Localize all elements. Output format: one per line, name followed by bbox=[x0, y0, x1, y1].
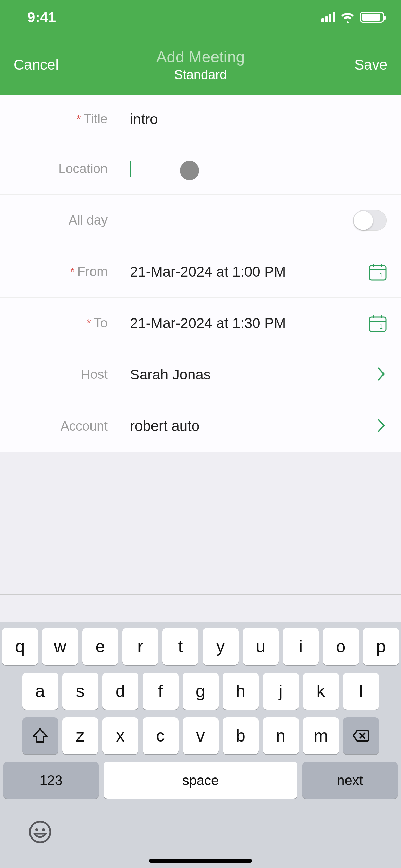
from-label: From bbox=[77, 264, 108, 279]
host-value: Sarah Jonas bbox=[130, 366, 211, 383]
svg-rect-5 bbox=[369, 317, 386, 331]
from-value: 21-Mar-2024 at 1:00 PM bbox=[130, 264, 286, 280]
keyboard: qwertyuiop asdfghjkl zxcvbnm 123 space n… bbox=[0, 622, 401, 868]
key-l[interactable]: l bbox=[343, 673, 379, 710]
key-w[interactable]: w bbox=[42, 628, 78, 665]
row-host: Host Sarah Jonas bbox=[0, 349, 401, 400]
chevron-right-icon bbox=[377, 366, 386, 383]
label-from: * From bbox=[0, 246, 118, 297]
keyboard-row-1: qwertyuiop bbox=[3, 628, 398, 665]
key-o[interactable]: o bbox=[323, 628, 359, 665]
key-b[interactable]: b bbox=[223, 717, 259, 754]
account-field[interactable]: robert auto bbox=[118, 400, 401, 452]
next-key[interactable]: next bbox=[302, 762, 398, 799]
row-location: Location bbox=[0, 143, 401, 195]
key-t[interactable]: t bbox=[162, 628, 198, 665]
calendar-icon[interactable]: 1 bbox=[368, 262, 387, 281]
svg-point-12 bbox=[30, 822, 50, 842]
label-title: * Title bbox=[0, 95, 118, 143]
allday-toggle[interactable] bbox=[353, 210, 387, 231]
keyboard-area: qwertyuiop asdfghjkl zxcvbnm 123 space n… bbox=[0, 594, 401, 868]
calendar-icon[interactable]: 1 bbox=[368, 314, 387, 333]
key-i[interactable]: i bbox=[283, 628, 319, 665]
emoji-icon[interactable] bbox=[28, 820, 52, 844]
key-m[interactable]: m bbox=[303, 717, 339, 754]
nav-bar: Cancel Add Meeting Standard Save bbox=[0, 34, 401, 95]
allday-field bbox=[118, 195, 401, 246]
row-account: Account robert auto bbox=[0, 400, 401, 452]
key-v[interactable]: v bbox=[183, 717, 219, 754]
label-allday: All day bbox=[0, 195, 118, 246]
keyboard-accessory-bar bbox=[0, 594, 401, 622]
save-button[interactable]: Save bbox=[354, 57, 387, 73]
required-mark: * bbox=[76, 113, 81, 125]
location-label: Location bbox=[58, 161, 108, 176]
backspace-key[interactable] bbox=[343, 717, 379, 754]
required-mark: * bbox=[87, 317, 91, 329]
key-q[interactable]: q bbox=[2, 628, 38, 665]
nav-title-wrap: Add Meeting Standard bbox=[0, 48, 401, 82]
key-n[interactable]: n bbox=[263, 717, 299, 754]
row-from: * From 21-Mar-2024 at 1:00 PM 1 bbox=[0, 246, 401, 298]
key-s[interactable]: s bbox=[62, 673, 98, 710]
key-p[interactable]: p bbox=[363, 628, 399, 665]
label-host: Host bbox=[0, 349, 118, 400]
required-mark: * bbox=[70, 265, 74, 278]
to-field[interactable]: 21-Mar-2024 at 1:30 PM 1 bbox=[118, 298, 401, 349]
chevron-right-icon bbox=[377, 418, 386, 434]
row-title: * Title intro bbox=[0, 95, 401, 143]
key-g[interactable]: g bbox=[183, 673, 219, 710]
key-u[interactable]: u bbox=[243, 628, 279, 665]
key-j[interactable]: j bbox=[263, 673, 299, 710]
account-label: Account bbox=[61, 419, 108, 434]
key-z[interactable]: z bbox=[62, 717, 98, 754]
space-key[interactable]: space bbox=[104, 762, 297, 799]
key-y[interactable]: y bbox=[203, 628, 239, 665]
page-subtitle: Standard bbox=[0, 68, 401, 82]
numbers-key[interactable]: 123 bbox=[3, 762, 99, 799]
location-field[interactable] bbox=[118, 143, 401, 194]
text-caret bbox=[130, 161, 131, 177]
key-a[interactable]: a bbox=[22, 673, 58, 710]
label-account: Account bbox=[0, 400, 118, 452]
keyboard-row-4: 123 space next bbox=[3, 762, 398, 799]
label-to: * To bbox=[0, 298, 118, 349]
host-label: Host bbox=[81, 367, 108, 382]
from-field[interactable]: 21-Mar-2024 at 1:00 PM 1 bbox=[118, 246, 401, 297]
to-value: 21-Mar-2024 at 1:30 PM bbox=[130, 315, 286, 331]
svg-rect-0 bbox=[369, 266, 386, 280]
title-label: Title bbox=[84, 112, 108, 126]
svg-point-13 bbox=[35, 828, 38, 831]
home-indicator[interactable] bbox=[149, 859, 252, 863]
key-e[interactable]: e bbox=[82, 628, 118, 665]
svg-text:1: 1 bbox=[379, 323, 383, 330]
meeting-form: * Title intro Location All day * From 2 bbox=[0, 95, 401, 452]
touch-indicator bbox=[180, 161, 199, 180]
label-location: Location bbox=[0, 143, 118, 194]
battery-icon bbox=[360, 12, 384, 23]
key-f[interactable]: f bbox=[143, 673, 179, 710]
status-time: 9:41 bbox=[27, 10, 56, 25]
svg-text:1: 1 bbox=[379, 272, 383, 279]
page-title: Add Meeting bbox=[0, 48, 401, 66]
allday-label: All day bbox=[69, 213, 108, 228]
key-k[interactable]: k bbox=[303, 673, 339, 710]
svg-point-14 bbox=[42, 828, 45, 831]
key-h[interactable]: h bbox=[223, 673, 259, 710]
keyboard-row-3: zxcvbnm bbox=[3, 717, 398, 754]
key-d[interactable]: d bbox=[102, 673, 138, 710]
shift-key[interactable] bbox=[22, 717, 58, 754]
status-bar: 9:41 bbox=[0, 0, 401, 34]
keyboard-row-2: asdfghjkl bbox=[3, 673, 398, 710]
row-allday: All day bbox=[0, 195, 401, 246]
cancel-button[interactable]: Cancel bbox=[14, 57, 59, 73]
keyboard-bottom-row bbox=[3, 806, 398, 858]
title-field[interactable]: intro bbox=[118, 95, 401, 143]
status-icons bbox=[321, 12, 384, 23]
title-value: intro bbox=[130, 111, 158, 128]
key-c[interactable]: c bbox=[143, 717, 179, 754]
key-x[interactable]: x bbox=[102, 717, 138, 754]
wifi-icon bbox=[340, 12, 355, 23]
host-field[interactable]: Sarah Jonas bbox=[118, 349, 401, 400]
key-r[interactable]: r bbox=[122, 628, 158, 665]
